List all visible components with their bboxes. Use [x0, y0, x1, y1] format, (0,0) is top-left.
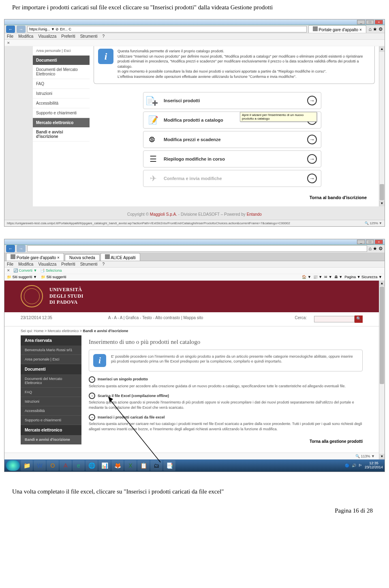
sidebar-area-personale[interactable]: Area personale | Esci [21, 355, 81, 364]
tray-icon[interactable]: 🔵 [345, 464, 349, 468]
window-close-button[interactable]: × [375, 20, 383, 24]
sidebar-item-bandi[interactable]: Bandi e avvisi d'iscrizione [33, 127, 90, 142]
toolbar-print-icon[interactable]: 🖶 ▼ [334, 275, 342, 279]
menu-favorites[interactable]: Preferiti [61, 34, 75, 39]
scroll-thumb[interactable] [380, 287, 384, 384]
sidebar-item-supporto[interactable]: Supporto e chiarimenti [21, 416, 81, 425]
sidebar-item-accessibilita[interactable]: Accessibilità [33, 99, 90, 108]
zoom-level[interactable]: 🔍 113% ▼ [4, 453, 379, 459]
vertical-scrollbar[interactable]: ▲ ▼ [379, 46, 385, 206]
menu-view[interactable]: Visualizza [38, 34, 56, 39]
menu-file[interactable]: File [7, 262, 13, 266]
window-minimize-button[interactable]: _ [357, 240, 365, 244]
window-maximize-button[interactable]: □ [366, 20, 374, 24]
menu-help[interactable]: ? [102, 262, 105, 266]
zoom-level[interactable]: 🔍 125% ▼ [365, 221, 382, 225]
browser-toolbar-extra: ✕ [4, 40, 385, 46]
window-minimize-button[interactable]: _ [357, 20, 365, 24]
menu-tools[interactable]: Strumenti [80, 34, 98, 39]
window-maximize-button[interactable]: □ [366, 240, 374, 244]
browser-tab-2[interactable]: Nuova scheda [65, 254, 100, 261]
menu-edit[interactable]: Modifica [18, 262, 33, 266]
scroll-down-arrow[interactable]: ▼ [379, 454, 385, 459]
toolbar-x-icon[interactable]: ✕ [7, 268, 10, 273]
info-line-4: L'effettiva trasmissione delle operazion… [118, 74, 370, 79]
favorites-icon[interactable]: ★ [373, 246, 377, 251]
browser-status-bar: https://unigareweb-test.csia.unipd.it/Po… [4, 220, 385, 226]
sidebar-item-bandi[interactable]: Bandi e avvisi d'iscrizione [21, 435, 81, 444]
nav-back-button[interactable]: ← [6, 245, 15, 252]
menu-view[interactable]: Visualizza [38, 262, 56, 266]
action-inserisci-prodotti[interactable]: 📄➕ Inserisci prodotti → [143, 92, 321, 109]
nav-back-button[interactable]: ← [6, 26, 15, 33]
convert-button[interactable]: 🔄 Converti ▼ [13, 268, 37, 273]
sidebar-item-istruzioni[interactable]: Istruzioni [33, 89, 90, 99]
toolbar-home-icon[interactable]: 🏠 ▼ [302, 275, 311, 279]
sidebar-item-faq[interactable]: FAQ [21, 388, 81, 397]
sidebar-item-faq[interactable]: FAQ [33, 79, 90, 89]
browser-tab-1[interactable]: Portale gare d'appalto × [6, 253, 64, 261]
uni-line: UNIVERSITÀ [49, 287, 83, 293]
option-inserisci-singolo[interactable]: →Inserisci un singolo prodotto Seleziona… [89, 376, 363, 389]
nav-forward-button[interactable]: → [17, 26, 26, 33]
scroll-thumb[interactable] [380, 184, 384, 200]
suggested-sites-1[interactable]: 📁 Siti suggeriti ▼ [7, 275, 37, 279]
toolbar-x-icon[interactable]: ✕ [7, 41, 10, 45]
taskbar-access-icon[interactable]: A [60, 460, 72, 471]
option-title: Inserisci un singolo prodotto [98, 377, 148, 382]
scroll-down-arrow[interactable]: ▼ [379, 201, 385, 206]
home-icon[interactable]: ⌂ [369, 26, 372, 32]
toolbar-page-menu[interactable]: Pagina ▼ Sicurezza ▼ [344, 275, 382, 279]
action-conferma-invia[interactable]: ✈ Conferma e invia modifiche → [143, 170, 321, 187]
accessibility-links[interactable]: A - A - A | Grafica - Testo - Alto contr… [108, 315, 203, 323]
copyright-link-2[interactable]: Entando [247, 212, 262, 217]
search-button[interactable]: 🔍 [355, 315, 363, 323]
taskbar-ie-icon[interactable]: e [73, 460, 85, 471]
menu-help[interactable]: ? [102, 34, 105, 39]
taskbar-explorer-icon[interactable]: 📁 [21, 460, 33, 471]
sidebar-item-docs-mercato[interactable]: Documenti del Mercato Elettronico [33, 65, 90, 79]
vertical-scrollbar[interactable]: ▲ ▼ [379, 281, 385, 459]
tray-icon[interactable]: 🔊 [352, 464, 356, 468]
home-icon[interactable]: ⌂ [369, 246, 372, 251]
sidebar-area-personale[interactable]: Area personale | Esci [33, 46, 90, 56]
taskbar-word-icon[interactable]: W [34, 460, 46, 471]
arrow-right-icon: → [307, 154, 317, 164]
suggested-label: Siti suggeriti ▼ [13, 275, 37, 279]
menu-tools[interactable]: Strumenti [80, 262, 98, 266]
copyright-link-1[interactable]: Maggioli S.p.A. [150, 212, 177, 217]
select-button[interactable]: 📑 Seleziona [40, 268, 62, 273]
url-field[interactable]: https://unig... ▼ ⊘ Err... C [27, 26, 307, 32]
sidebar-item-accessibilita[interactable]: Accessibilità [21, 406, 81, 416]
tray-flag-icon[interactable]: 🏳 [359, 464, 362, 468]
sidebar-item-istruzioni[interactable]: Istruzioni [21, 397, 81, 406]
back-link[interactable]: Torna al bando d'iscrizione [90, 191, 375, 202]
scroll-up-arrow[interactable]: ▲ [379, 46, 385, 52]
menu-edit[interactable]: Modifica [18, 34, 33, 39]
gear-icon[interactable]: ⚙ [378, 26, 383, 32]
window-close-button[interactable]: × [375, 240, 383, 244]
action-modifica-prodotti[interactable]: Apre il wizard per l'inserimento di un n… [143, 112, 321, 129]
sidebar-item-docs-mercato[interactable]: Documenti del Mercato Elettronico [21, 374, 81, 388]
action-riepilogo[interactable]: ☰ Riepilogo modifiche in corso → [143, 150, 321, 167]
favorites-icon[interactable]: ★ [373, 26, 377, 32]
menu-favorites[interactable]: Preferiti [61, 262, 75, 266]
action-modifica-prezzi[interactable]: ⚙$ Modifica prezzi e scadenze → [143, 131, 321, 148]
nav-forward-button[interactable]: → [17, 245, 26, 252]
toolbar-mail-icon[interactable]: ✉ ▼ [324, 275, 332, 279]
menu-file[interactable]: File [7, 34, 13, 39]
university-name: UNIVERSITÀ DEGLI STUDI DI PADOVA [49, 287, 83, 306]
suggested-sites-2[interactable]: 📁 Siti suggeriti [41, 275, 66, 279]
browser-tab-1[interactable]: Portale gare d'appalto × [308, 25, 366, 33]
gear-icon[interactable]: ⚙ [378, 246, 383, 251]
copyright-line: Copyright © Maggioli S.p.A. - Divisione … [4, 206, 385, 220]
browser-tab-3[interactable]: ALICE Appalti [100, 253, 140, 261]
taskbar-chrome-icon[interactable]: 🌐 [85, 460, 98, 471]
start-button[interactable] [6, 460, 20, 471]
taskbar-outlook-icon[interactable]: O [47, 460, 59, 471]
search-input[interactable] [314, 316, 355, 322]
scroll-up-arrow[interactable]: ▲ [379, 281, 385, 286]
sidebar-item-supporto[interactable]: Supporto e chiarimenti [33, 108, 90, 118]
url-field[interactable] [27, 245, 367, 252]
toolbar-feed-icon[interactable]: 📰 ▼ [313, 275, 322, 279]
